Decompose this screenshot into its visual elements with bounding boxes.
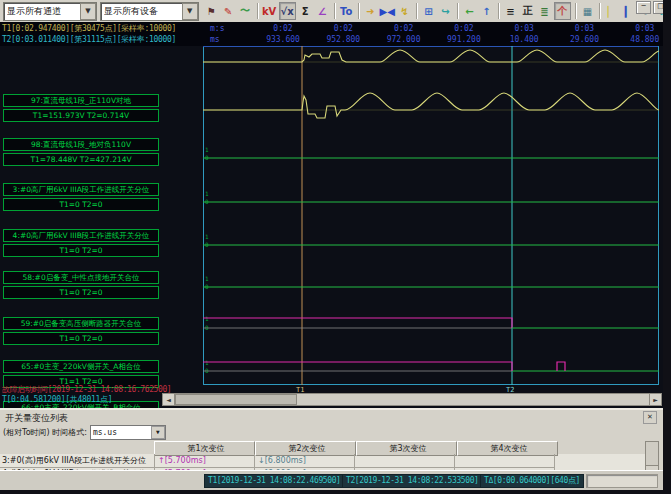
toolbar-separator xyxy=(457,3,458,19)
time-tick: 0:0329.600 xyxy=(561,23,609,45)
chevron-down-icon[interactable]: ▼ xyxy=(80,3,96,20)
svg-text:1: 1 xyxy=(205,146,209,153)
channel-cursor-values: T1=151.973V T2=0.714V xyxy=(3,109,159,122)
row-channel-label: 3:#0(高)用6kV IIIA段工作进线开关分位 xyxy=(0,454,155,468)
waveform-workspace: 97:直流母线1段_正110V对地T1=151.973V T2=0.714V98… xyxy=(0,46,671,408)
toolbar-separator xyxy=(575,3,576,19)
bolt-icon[interactable]: ↯ xyxy=(397,3,412,19)
trace-ch98 xyxy=(203,93,659,118)
channel-name: 65:#0主变_220kV侧开关_A相合位 xyxy=(3,360,159,373)
screen-bezel xyxy=(0,490,671,494)
status-empty-field xyxy=(586,474,658,488)
trace-ch66 xyxy=(203,362,512,371)
cursor1-readout: T1[0:02.947400][第30475点][采样率:10000] xyxy=(2,23,176,34)
status-t1-time: T1[2019-12-31 14:08:22.469500] xyxy=(204,474,345,488)
cursor2-readout: T2[0:03.011400][第31115点][采样率:10000] xyxy=(2,34,176,45)
sqrt-rms-icon[interactable]: √x xyxy=(279,2,296,20)
chevron-down-icon[interactable]: ▼ xyxy=(151,426,165,439)
list-view-icon[interactable]: ≡ xyxy=(503,3,518,19)
time-format-label: (相对To时间) 时间格式: xyxy=(3,427,87,438)
toolbar-separator xyxy=(498,3,499,19)
trace-ch65 xyxy=(203,318,512,328)
toolbar-icons: ⚑✎〜kV√xΣ∠To➜▶◀↯⊞↪←↑≡正≣个▦▏▎TT. xyxy=(203,0,671,22)
record-span-readout: T[0:04.581200][共48011点] xyxy=(2,394,112,405)
jump-next-icon[interactable]: ➜ xyxy=(363,3,378,19)
channel-item[interactable]: 3:#0高厂用6kV IIIA段工作进线开关分位T1=0 T2=0 xyxy=(3,183,159,211)
channel-item[interactable]: 58:#0启备变_中性点接地开关合位T1=0 T2=0 xyxy=(3,271,159,299)
toolbar-separator xyxy=(416,3,417,19)
split-person-icon[interactable]: 个 xyxy=(554,2,571,20)
device-filter-value: 显示所有设备 xyxy=(104,5,158,18)
back-arrow-icon[interactable]: ← xyxy=(462,3,477,19)
scrollbar-thumb[interactable] xyxy=(175,394,297,405)
axis-units: m:s ms xyxy=(210,23,224,45)
channel-item[interactable]: 97:直流母线1段_正110V对地T1=151.973V T2=0.714V xyxy=(3,94,159,122)
time-tick: 0:02991.200 xyxy=(440,23,488,45)
sigma-sum-icon[interactable]: Σ xyxy=(298,3,313,19)
status-bar: T1[2019-12-31 14:08:22.469500] T2[2019-1… xyxy=(0,470,671,491)
channel-name: 58:#0启备变_中性点接地开关合位 xyxy=(3,271,159,284)
time-format-value: ms.us xyxy=(93,428,117,437)
swap-view-icon[interactable]: ↪ xyxy=(438,3,453,19)
svg-text:0: 0 xyxy=(205,367,209,374)
channel-name: 59:#0启备变高压侧断路器开关合位 xyxy=(3,317,159,330)
chevron-down-icon[interactable]: ▼ xyxy=(182,3,198,20)
time-tick: 0:02972.000 xyxy=(380,23,428,45)
scroll-left-icon[interactable]: ◄ xyxy=(163,394,175,405)
screen-bezel xyxy=(663,0,671,494)
status-tdelta: TΔ[0:00.064000][640点] xyxy=(480,474,584,488)
svg-text:0: 0 xyxy=(205,324,209,331)
channel-cursor-values: T1=0 T2=0 xyxy=(3,332,159,345)
change-1-cell: ↑[5.700ms] xyxy=(155,454,255,468)
channel-item[interactable]: 98:直流母线1段_地对负110VT1=78.448V T2=427.214V xyxy=(3,138,159,166)
time-zero-icon[interactable]: To xyxy=(339,3,354,19)
scroll-right-icon[interactable]: ► xyxy=(649,394,661,405)
time-axis-header: T1[0:02.947400][第30475点][采样率:10000] T2[0… xyxy=(0,22,671,47)
table-row[interactable]: 3:#0(高)用6kV IIIA段工作进线开关分位↑[5.700ms]↓[6.8… xyxy=(0,454,646,467)
blue-bar-icon[interactable]: ▎ xyxy=(621,3,636,19)
horizontal-scrollbar[interactable]: ◄ ► xyxy=(162,393,662,406)
channel-item[interactable]: 4:#0高厂用6kV IIIB段工作进线开关分位T1=0 T2=0 xyxy=(3,229,159,257)
channel-name: 4:#0高厂用6kV IIIB段工作进线开关分位 xyxy=(3,229,159,242)
waveform-icon[interactable]: 〜 xyxy=(238,3,253,19)
waveform-plot[interactable]: 1 0 1 0 1 0 1 0 1 0 1 0 xyxy=(203,46,659,385)
minimize-button[interactable]: ─ xyxy=(636,1,651,14)
channel-cursor-values: T1=78.448V T2=427.214V xyxy=(3,153,159,166)
svg-text:1: 1 xyxy=(205,275,209,282)
channel-name: 98:直流母线1段_地对负110V xyxy=(3,138,159,151)
time-format-select[interactable]: ms.us ▼ xyxy=(90,425,166,440)
channel-name: 97:直流母线1段_正110V对地 xyxy=(3,94,159,107)
sort-lines-icon[interactable]: ≣ xyxy=(537,3,552,19)
toolbar-separator xyxy=(334,3,335,19)
yellow-bar-icon[interactable]: ▏ xyxy=(604,3,619,19)
trace-ch66-pulse xyxy=(557,362,565,371)
time-tick: 0:02952.800 xyxy=(319,23,367,45)
draw-pen-icon[interactable]: ✎ xyxy=(221,3,236,19)
channel-filter-select[interactable]: 显示所有通道 ▼ xyxy=(3,2,97,21)
change-2-cell: ↓[6.800ms] xyxy=(255,454,355,468)
time-tick: 0:0310.400 xyxy=(500,23,548,45)
channel-cursor-values: T1=0 T2=0 xyxy=(3,198,159,211)
toolbar-separator xyxy=(599,3,600,19)
zheng-count-icon[interactable]: 正 xyxy=(520,3,535,19)
probe-icon[interactable]: ⚑ xyxy=(204,3,219,19)
kilovolt-icon[interactable]: kV xyxy=(262,3,277,19)
fault-recorder-app: 显示所有通道 ▼ 显示所有设备 ▼ ⚑✎〜kV√xΣ∠To➜▶◀↯⊞↪←↑≡正≣… xyxy=(0,0,671,494)
close-icon[interactable]: ✕ xyxy=(643,411,657,424)
header-empty xyxy=(0,441,154,454)
device-filter-select[interactable]: 显示所有设备 ▼ xyxy=(100,2,199,21)
change-3-cell xyxy=(355,454,455,468)
angle-icon[interactable]: ∠ xyxy=(315,3,330,19)
monitor-icon[interactable]: ▦ xyxy=(580,3,595,19)
up-arrow-icon[interactable]: ↑ xyxy=(479,3,494,19)
switch-change-panel: 开关量变位列表 ✕ (相对To时间) 时间格式: ms.us ▼ 第1次变位第2… xyxy=(0,408,671,472)
scale-window-icon[interactable]: ⊞ xyxy=(421,3,436,19)
axis-unit-bottom: ms xyxy=(210,34,224,45)
svg-text:1: 1 xyxy=(205,233,209,240)
toolbar-separator xyxy=(257,3,258,19)
time-tick: 0:0348.800 xyxy=(621,23,669,45)
channel-item[interactable]: 59:#0启备变高压侧断路器开关合位T1=0 T2=0 xyxy=(3,317,159,345)
compress-icon[interactable]: ▶◀ xyxy=(380,3,395,19)
toolbar-separator xyxy=(358,3,359,19)
panel-title: 开关量变位列表 xyxy=(5,412,68,425)
